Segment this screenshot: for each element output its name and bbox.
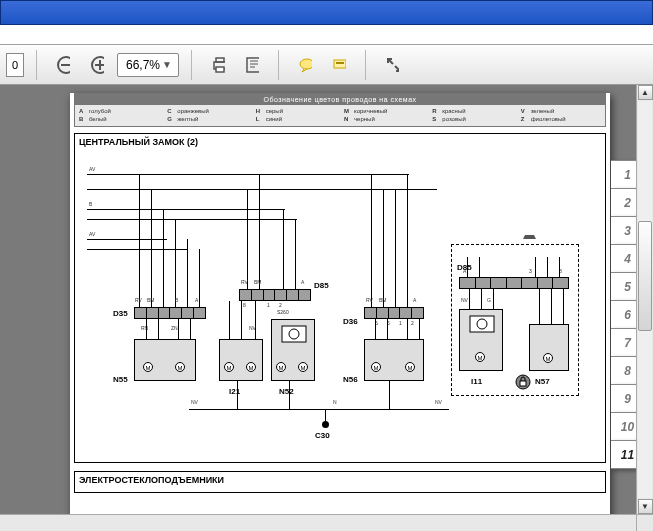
motor-icon: M [175, 362, 185, 372]
car-icon [519, 231, 541, 241]
zoom-combobox[interactable]: 66,7% ▼ [117, 53, 179, 77]
module-N55: M M [134, 339, 196, 381]
scroll-down-button[interactable]: ▼ [638, 499, 653, 514]
print-button[interactable] [204, 51, 232, 79]
save-icon [245, 56, 259, 74]
highlight-icon [332, 56, 346, 74]
label-N55: N55 [113, 375, 128, 384]
chevron-down-icon: ▼ [160, 59, 174, 70]
ground-node [322, 421, 329, 428]
scrollbar-corner [636, 514, 653, 531]
label-D35: D35 [113, 309, 128, 318]
connector-D35 [134, 307, 206, 319]
module-N56: M M [364, 339, 424, 381]
svg-rect-6 [216, 58, 224, 62]
module-I21: M M [219, 339, 263, 381]
section-windows: ЭЛЕКТРОСТЕКЛОПОДЪЕМНИКИ [74, 471, 606, 493]
print-icon [211, 56, 225, 74]
legend-title: Обозначение цветов проводов на схемах [75, 94, 605, 105]
fullscreen-button[interactable] [378, 51, 406, 79]
svg-rect-8 [247, 58, 259, 72]
switch-icon [272, 322, 316, 352]
zoom-out-button[interactable] [49, 51, 77, 79]
window-titlebar [0, 0, 653, 25]
comment-icon [298, 56, 312, 74]
toolbar-separator [36, 50, 37, 80]
connector-D85 [239, 289, 311, 301]
page-number-field[interactable] [6, 53, 24, 77]
svg-rect-7 [216, 67, 224, 72]
label-D85: D85 [314, 281, 329, 290]
vertical-scrollbar[interactable]: ▲ ▼ [636, 85, 653, 514]
document-page: Обозначение цветов проводов на схемах Aг… [70, 93, 610, 523]
highlight-button[interactable] [325, 51, 353, 79]
comment-button[interactable] [291, 51, 319, 79]
scroll-up-button[interactable]: ▲ [638, 85, 653, 100]
section-central-lock: ЦЕНТРАЛЬНЫЙ ЗАМОК (2) AV B AV [74, 133, 606, 463]
svg-rect-11 [282, 326, 306, 342]
document-viewport[interactable]: Обозначение цветов проводов на схемах Aг… [0, 85, 653, 531]
section-title: ЦЕНТРАЛЬНЫЙ ЗАМОК (2) [79, 137, 601, 147]
zoom-value: 66,7% [126, 58, 160, 72]
toolbar-separator [365, 50, 366, 80]
zoom-out-icon [56, 55, 70, 75]
scroll-track[interactable] [638, 101, 652, 498]
scroll-thumb[interactable] [638, 221, 652, 331]
module-I11: M [459, 309, 503, 371]
color-legend-table: Обозначение цветов проводов на схемах Aг… [74, 93, 606, 127]
module-N57: M [529, 324, 569, 371]
svg-rect-16 [520, 381, 526, 386]
zoom-in-icon [90, 55, 104, 75]
motor-icon: M [143, 362, 153, 372]
toolbar: 66,7% ▼ [0, 45, 653, 85]
module-N52: M M [271, 319, 315, 381]
wiring-diagram: AV B AV D35 RV BM B A M [79, 149, 601, 439]
fullscreen-icon [385, 56, 399, 74]
toolbar-separator [191, 50, 192, 80]
horizontal-scrollbar[interactable] [0, 514, 636, 531]
connector-D85-right [459, 277, 569, 289]
connector-D36 [364, 307, 424, 319]
save-button[interactable] [238, 51, 266, 79]
lock-icon [515, 374, 531, 390]
legend-body: AголубойBбелый CоранжевыйGжелтый HсерыйL… [75, 105, 605, 126]
label-C30: C30 [315, 431, 330, 440]
zoom-in-button[interactable] [83, 51, 111, 79]
switch-icon [460, 312, 504, 340]
menubar[interactable] [0, 25, 653, 45]
svg-point-9 [300, 59, 312, 69]
toolbar-separator [278, 50, 279, 80]
section-title: ЭЛЕКТРОСТЕКЛОПОДЪЕМНИКИ [79, 475, 601, 485]
svg-rect-13 [470, 316, 494, 332]
